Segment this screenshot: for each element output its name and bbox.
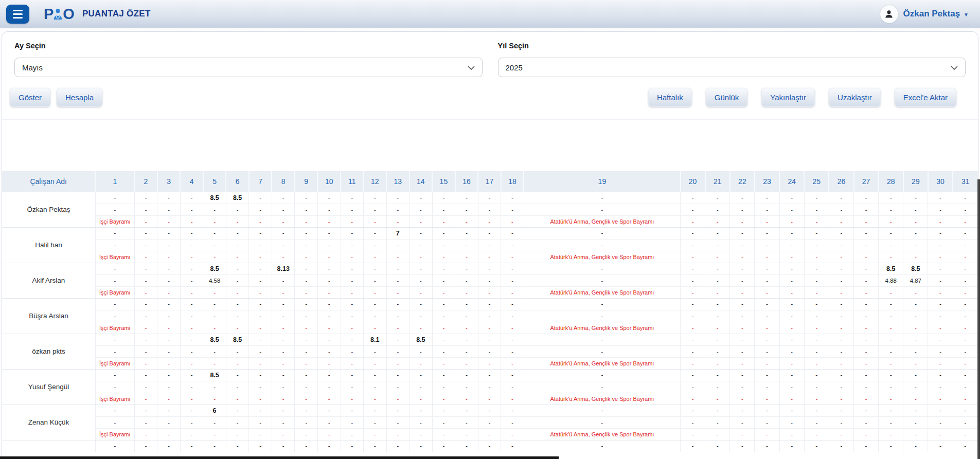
day-cell: -: [524, 345, 680, 357]
day-cell: -: [705, 381, 730, 393]
day-cell: -: [705, 416, 730, 428]
day-cell: -: [203, 428, 226, 440]
export-excel-button[interactable]: Excel'e Aktar: [895, 88, 956, 107]
day-cell: -: [953, 298, 977, 310]
day-cell: -: [134, 428, 157, 440]
day-cell: -: [386, 310, 409, 322]
employee-name-cell: Özkan Pektaş: [2, 192, 95, 227]
day-cell: -: [180, 251, 203, 263]
day-cell: -: [804, 192, 829, 204]
calculate-button[interactable]: Hesapla: [57, 88, 102, 107]
day-cell: -: [779, 357, 804, 369]
day-header-8: 8: [272, 171, 295, 192]
day-cell: -: [409, 286, 433, 298]
day-cell: -: [341, 428, 364, 440]
day-cell: -: [928, 286, 953, 298]
day-cell: -: [755, 274, 779, 286]
day-cell: -: [226, 263, 249, 274]
day-cell: -: [455, 204, 478, 215]
day-cell: -: [478, 416, 501, 428]
day-cell: -: [364, 263, 387, 274]
day-cell: -: [432, 286, 455, 298]
day-cell: -: [203, 215, 226, 227]
day-cell: -: [879, 428, 903, 440]
zoom-in-button[interactable]: Yakınlaştır: [761, 88, 815, 107]
day-cell: -: [928, 381, 953, 393]
day-cell: -: [501, 405, 524, 416]
day-cell: -: [455, 251, 478, 263]
day-cell: -: [903, 381, 928, 393]
day-cell: -: [295, 239, 318, 251]
day-cell: -: [317, 334, 341, 345]
main-content-card: Ay Seçin Mayıs Yıl Seçin 2025 Göster Hes…: [2, 31, 978, 459]
month-select[interactable]: Mayıs: [14, 58, 483, 77]
hamburger-menu-button[interactable]: [6, 5, 29, 24]
day-cell: -: [364, 381, 387, 393]
day-cell: -: [879, 215, 903, 227]
day-cell: -: [203, 227, 226, 239]
user-menu[interactable]: Özkan Pektaş ▼: [880, 5, 969, 23]
day-cell: -: [317, 405, 341, 416]
day-header-1: 1: [95, 171, 134, 192]
horizontal-scrollbar[interactable]: [0, 456, 559, 459]
day-cell: -: [829, 274, 853, 286]
day-cell: -: [432, 322, 455, 334]
day-cell: -: [455, 263, 478, 274]
day-cell: -: [203, 310, 226, 322]
day-cell: -: [249, 215, 272, 227]
day-cell: -: [681, 416, 705, 428]
day-cell: -: [317, 381, 341, 393]
day-cell: -: [524, 227, 680, 239]
day-cell: -: [203, 416, 226, 428]
day-cell: -: [681, 286, 705, 298]
day-cell: -: [879, 227, 903, 239]
weekly-button[interactable]: Haftalık: [648, 88, 692, 107]
zoom-out-button[interactable]: Uzaklaştır: [829, 88, 881, 107]
holiday-cell: Atatürk'ü Anma, Gençlik ve Spor Bayramı: [524, 428, 680, 440]
day-cell: -: [779, 298, 804, 310]
day-cell: -: [272, 428, 295, 440]
holiday-row: İşçi Bayramı-----------------Atatürk'ü A…: [2, 215, 978, 227]
day-cell: -: [705, 227, 730, 239]
day-cell: -: [854, 204, 879, 215]
day-cell: -: [180, 192, 203, 204]
day-cell: -: [295, 405, 318, 416]
table-row: -------------------------------: [2, 345, 978, 357]
day-cell: -: [157, 274, 181, 286]
day-cell: -: [681, 428, 705, 440]
day-cell: -: [705, 357, 730, 369]
day-cell: -: [386, 298, 409, 310]
day-cell: -: [249, 298, 272, 310]
day-cell: -: [755, 215, 779, 227]
day-cell: -: [180, 405, 203, 416]
day-cell: -: [95, 405, 134, 416]
day-cell: -: [157, 369, 181, 381]
day-cell: -: [804, 357, 829, 369]
day-cell: -: [180, 215, 203, 227]
day-cell: -: [953, 440, 977, 452]
table-row: Halil han------------7------------------: [2, 227, 978, 239]
day-cell: -: [157, 393, 181, 405]
show-button[interactable]: Göster: [10, 88, 50, 107]
day-cell: -: [501, 263, 524, 274]
day-cell: -: [226, 204, 249, 215]
day-header-3: 3: [157, 171, 181, 192]
day-cell: -: [478, 274, 501, 286]
day-cell: -: [829, 251, 853, 263]
day-cell: -: [804, 334, 829, 345]
day-cell: -: [341, 263, 364, 274]
daily-button[interactable]: Günlük: [706, 88, 748, 107]
day-cell: -: [226, 428, 249, 440]
vertical-scrollbar[interactable]: [977, 179, 980, 459]
day-cell: -: [341, 192, 364, 204]
divider: [2, 119, 978, 120]
day-cell: -: [157, 334, 181, 345]
day-cell: -: [386, 204, 409, 215]
day-cell: -: [409, 440, 433, 452]
year-select[interactable]: 2025: [498, 58, 966, 77]
day-cell: -: [804, 215, 829, 227]
day-header-31: 31: [953, 171, 977, 192]
day-cell: -: [681, 310, 705, 322]
holiday-row: İşçi Bayramı-----------------Atatürk'ü A…: [2, 428, 978, 440]
day-cell: -: [779, 204, 804, 215]
